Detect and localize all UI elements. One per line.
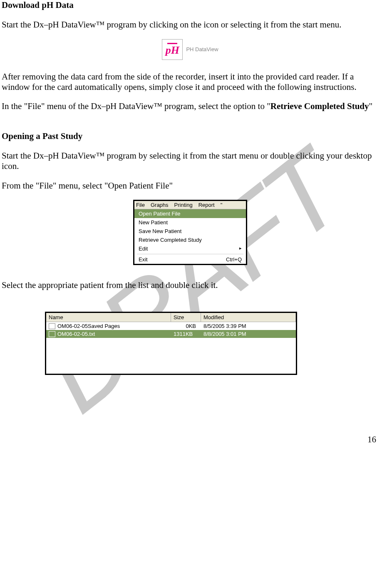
- ph-logo-block: pH PH DataView: [2, 39, 379, 60]
- column-header-modified[interactable]: Modified: [201, 313, 296, 322]
- menu-item-edit[interactable]: Edit ▸: [134, 244, 246, 253]
- ph-dataview-icon: pH: [162, 39, 183, 60]
- heading-opening-past-study: Opening a Past Study: [2, 131, 379, 141]
- menu-separator: [137, 254, 243, 254]
- menu-item-new-patient[interactable]: New Patient: [134, 218, 246, 227]
- menu-file[interactable]: File: [136, 202, 145, 208]
- para-start-program-2: Start the Dx–pH DataView™ program by sel…: [2, 151, 379, 171]
- column-header-size[interactable]: Size: [171, 313, 201, 322]
- menubar: File Graphs Printing Report ": [134, 201, 246, 209]
- menu-shortcut: Ctrl+Q: [226, 256, 242, 263]
- file-menu-screenshot: File Graphs Printing Report " Open Patie…: [133, 200, 247, 265]
- file-list-header: Name Size Modified: [46, 313, 296, 322]
- menu-dropdown: Open Patient File New Patient Save New P…: [134, 209, 246, 264]
- para-open-patient-file: From the "File" menu, select "Open Patie…: [2, 181, 379, 191]
- heading-download: Download pH Data: [2, 0, 379, 10]
- menu-item-open-patient-file[interactable]: Open Patient File: [134, 209, 246, 218]
- menu-graphs[interactable]: Graphs: [151, 202, 169, 208]
- text-fragment: ": [369, 101, 373, 111]
- menu-item-retrieve-completed-study[interactable]: Retrieve Completed Study: [134, 236, 246, 244]
- file-row-folder[interactable]: OM06-02-05Saved Pages 0KB 8/5/2005 3:39 …: [46, 322, 296, 330]
- file-icon: [49, 331, 55, 337]
- logo-text: pH: [166, 45, 179, 56]
- retrieve-completed-study-bold: Retrieve Completed Study: [270, 101, 369, 111]
- menu-item-label: Save New Patient: [139, 228, 181, 234]
- file-size: 0KB: [171, 322, 201, 330]
- menu-item-exit[interactable]: Exit Ctrl+Q: [134, 255, 246, 264]
- column-header-name[interactable]: Name: [46, 313, 171, 322]
- submenu-arrow-icon: ▸: [239, 246, 242, 252]
- file-list-screenshot: Name Size Modified OM06-02-05Saved Pages…: [45, 312, 297, 375]
- file-row-selected[interactable]: OM06-02-05.txt 1311KB 8/8/2005 3:01 PM: [46, 330, 296, 338]
- menu-printing[interactable]: Printing: [174, 202, 193, 208]
- menu-item-label: Retrieve Completed Study: [139, 237, 202, 243]
- menu-item-label: Exit: [139, 256, 148, 263]
- logo-caption: PH DataView: [186, 46, 218, 52]
- file-modified: 8/8/2005 3:01 PM: [201, 330, 296, 338]
- para-retrieve-study: In the "File" menu of the Dx–pH DataView…: [2, 101, 379, 112]
- text-fragment: In the "File" menu of the Dx–pH DataView…: [2, 101, 270, 111]
- file-size: 1311KB: [171, 330, 201, 338]
- file-list-empty-space: [46, 338, 296, 374]
- menu-report[interactable]: Report: [198, 202, 215, 208]
- menu-item-save-new-patient[interactable]: Save New Patient: [134, 227, 246, 236]
- file-name: OM06-02-05.txt: [57, 331, 95, 337]
- para-select-patient: Select the appropriate patient from the …: [2, 280, 379, 290]
- menu-item-label: Edit: [139, 246, 148, 252]
- menu-item-label: Open Patient File: [139, 211, 180, 217]
- para-start-program-1: Start the Dx–pH DataView™ program by cli…: [2, 20, 379, 30]
- para-remove-card: After removing the data card from the si…: [2, 72, 379, 92]
- file-name: OM06-02-05Saved Pages: [57, 323, 120, 329]
- menu-item-label: New Patient: [139, 219, 168, 226]
- menubar-trailing-char: ": [221, 202, 223, 208]
- file-modified: 8/5/2005 3:39 PM: [201, 322, 296, 330]
- folder-icon: [49, 323, 55, 329]
